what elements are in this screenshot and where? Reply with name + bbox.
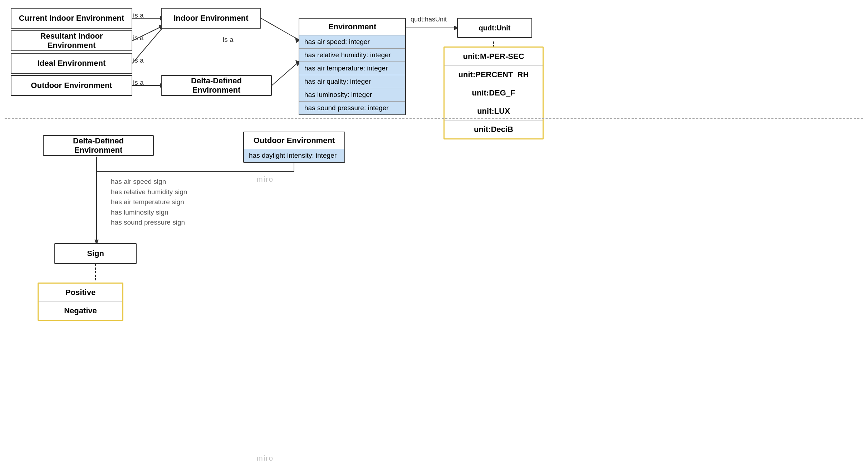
prop-label-4: has luminosity sign	[111, 207, 187, 218]
isa-label-3: is a	[133, 57, 144, 64]
units-enum-box: unit:M-PER-SEC unit:PERCENT_RH unit:DEG_…	[443, 46, 544, 139]
unit-m-per-sec: unit:M-PER-SEC	[445, 48, 543, 65]
resultant-indoor-label: Resultant Indoor Environment	[11, 28, 132, 54]
svg-line-9	[272, 63, 298, 85]
negative-item: Negative	[39, 301, 122, 320]
ideal-env-label: Ideal Environment	[31, 55, 112, 72]
positive-item: Positive	[39, 284, 122, 301]
prop-label-5: has sound pressure sign	[111, 217, 187, 228]
env-attr-2: has relative humidity: integer	[299, 48, 405, 62]
outdoor-env-top-label: Outdoor Environment	[24, 77, 118, 94]
unit-deg-f: unit:DEG_F	[445, 84, 543, 102]
sign-box: Sign	[54, 243, 137, 264]
sign-enum-box: Positive Negative	[38, 283, 123, 321]
unit-percent-rh: unit:PERCENT_RH	[445, 65, 543, 84]
outdoor-attr-1: has daylight intensity: integer	[244, 149, 344, 162]
delta-env-top-label: Delta-Defined Environment	[162, 73, 271, 98]
resultant-indoor-box: Resultant Indoor Environment	[11, 30, 132, 51]
env-attr-3: has air temperature: integer	[299, 62, 405, 75]
env-attr-6: has sound pressure: integer	[299, 101, 405, 114]
ideal-env-box: Ideal Environment	[11, 53, 132, 74]
qudt-hasunit-label: qudt:hasUnit	[411, 16, 447, 23]
prop-label-3: has air temperature sign	[111, 197, 187, 207]
svg-line-7	[261, 18, 298, 39]
watermark-2: miro	[257, 454, 274, 462]
isa-label-2: is a	[133, 34, 144, 42]
unit-lux: unit:LUX	[445, 102, 543, 120]
env-attr-4: has air quality: integer	[299, 75, 405, 88]
isa-label-1: is a	[133, 11, 144, 19]
delta-env-box-bottom: Delta-Defined Environment	[43, 135, 154, 156]
prop-label-2: has relative humidity sign	[111, 187, 187, 197]
delta-env-bottom-label: Delta-Defined Environment	[44, 133, 153, 158]
section-divider	[5, 118, 863, 119]
environment-title: Environment	[299, 19, 405, 35]
qudt-unit-box: qudt:Unit	[457, 18, 532, 38]
outdoor-env-box-bottom: Outdoor Environment has daylight intensi…	[243, 132, 345, 163]
delta-env-box-top: Delta-Defined Environment	[161, 75, 272, 96]
outdoor-env-bottom-title: Outdoor Environment	[244, 132, 344, 149]
isa-label-4: is a	[133, 79, 144, 87]
env-attr-5: has luminosity: integer	[299, 88, 405, 101]
env-attr-1: has air speed: integer	[299, 35, 405, 48]
sign-label: Sign	[80, 245, 111, 262]
current-indoor-box: Current Indoor Environment	[11, 8, 132, 29]
indoor-env-label: Indoor Environment	[167, 10, 255, 26]
outdoor-env-box-top: Outdoor Environment	[11, 75, 132, 96]
unit-decib: unit:DeciB	[445, 120, 543, 138]
watermark-1: miro	[257, 175, 274, 183]
environment-box: Environment has air speed: integer has r…	[299, 18, 406, 115]
indoor-env-box: Indoor Environment	[161, 8, 261, 29]
property-labels: has air speed sign has relative humidity…	[111, 177, 187, 228]
current-indoor-label: Current Indoor Environment	[13, 10, 131, 26]
prop-label-1: has air speed sign	[111, 177, 187, 187]
qudt-unit-label: qudt:Unit	[472, 20, 517, 36]
diagram-container: Current Indoor Environment Resultant Ind…	[0, 0, 868, 476]
isa-label-5: is a	[223, 36, 234, 44]
